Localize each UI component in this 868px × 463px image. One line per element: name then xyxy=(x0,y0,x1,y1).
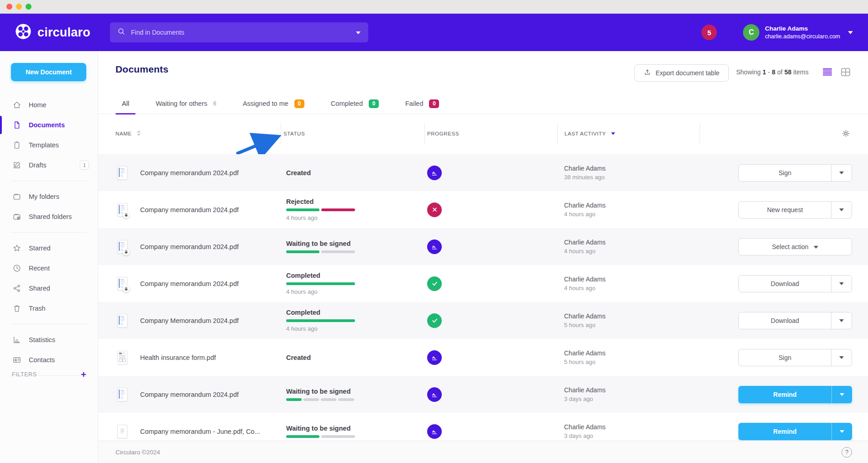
sort-icon[interactable] xyxy=(136,130,141,137)
tab-completed[interactable]: Completed0 xyxy=(324,94,385,114)
action-dropdown-caret[interactable] xyxy=(831,165,852,181)
document-name[interactable]: Company Memorandum 2024.pdf xyxy=(140,317,239,324)
action-button-label[interactable]: Select action xyxy=(739,239,852,255)
sidebar-item-contacts[interactable]: Contacts xyxy=(0,350,98,370)
table-row[interactable]: Company memorandum 2024.pdfRejected4 hou… xyxy=(98,191,868,228)
sidebar-item-drafts[interactable]: Drafts1 xyxy=(0,155,98,175)
sidebar-item-label: Shared xyxy=(29,285,50,292)
document-name[interactable]: Company memorandum 2024.pdf xyxy=(140,206,239,213)
sign-button[interactable]: Sign xyxy=(738,349,852,366)
lock-icon xyxy=(123,286,130,292)
tab-failed[interactable]: Failed0 xyxy=(399,94,446,114)
sidebar-item-statistics[interactable]: Statistics xyxy=(0,330,98,350)
sidebar-item-shared-folders[interactable]: Shared folders xyxy=(0,207,98,227)
action-button-label[interactable]: Sign xyxy=(739,165,831,181)
action-button-label[interactable]: Remind xyxy=(738,423,831,440)
page-footer: Circularo ©2024 ? xyxy=(98,441,868,463)
tab-all[interactable]: All xyxy=(115,94,136,114)
table-settings-gear-icon[interactable] xyxy=(842,129,850,139)
new-request-button[interactable]: New request xyxy=(738,201,852,218)
table-row[interactable]: Company memorandum 2024.pdfWaiting to be… xyxy=(98,376,868,413)
app-header: circularo 5 C Charlie Adams charlie.adam… xyxy=(0,14,868,51)
document-name[interactable]: Company memorandum - June.pdf, Co... xyxy=(140,428,260,435)
list-view-icon[interactable] xyxy=(823,68,832,77)
status-label: Created xyxy=(286,354,424,361)
document-name-cell: Company memorandum 2024.pdf xyxy=(98,277,281,291)
search-bar[interactable] xyxy=(110,22,368,42)
action-label-text: Download xyxy=(771,317,799,324)
document-name[interactable]: Company memorandum 2024.pdf xyxy=(140,391,239,398)
sidebar-item-recent[interactable]: Recent xyxy=(0,258,98,278)
column-header-name[interactable]: NAME xyxy=(98,123,281,144)
sidebar-divider xyxy=(11,181,87,181)
action-dropdown-caret[interactable] xyxy=(831,386,852,403)
sign-button[interactable]: Sign xyxy=(738,164,852,182)
column-header-last-activity[interactable]: LAST ACTIVITY xyxy=(557,123,700,144)
help-button[interactable]: ? xyxy=(842,447,852,458)
draft-icon xyxy=(12,161,21,170)
action-label-text: New request xyxy=(767,206,803,213)
action-button-label[interactable]: New request xyxy=(739,202,831,218)
column-header-progress[interactable]: PROGRESS xyxy=(424,123,557,144)
trash-icon xyxy=(12,304,21,313)
search-input[interactable] xyxy=(131,29,350,36)
activity-user: Charlie Adams xyxy=(564,276,700,283)
status-time: 4 hours ago xyxy=(286,288,424,295)
document-name[interactable]: Company memorandum 2024.pdf xyxy=(140,280,239,287)
add-filter-button[interactable]: + xyxy=(81,370,86,379)
table-row[interactable]: Company Memorandum 2024.pdfCompleted4 ho… xyxy=(98,302,868,339)
activity-user: Charlie Adams xyxy=(564,202,700,209)
table-row[interactable]: Company memorandum 2024.pdfCompleted4 ho… xyxy=(98,265,868,302)
tab-waiting-for-others[interactable]: Waiting for others6 xyxy=(149,94,223,114)
tab-label: Failed xyxy=(405,100,424,107)
sidebar-item-home[interactable]: Home xyxy=(0,95,98,115)
sidebar-item-trash[interactable]: Trash xyxy=(0,298,98,318)
grid-view-icon[interactable] xyxy=(841,68,850,77)
progress-bar xyxy=(286,250,355,253)
progress-bar xyxy=(286,398,355,401)
download-button[interactable]: Download xyxy=(738,312,852,329)
table-row[interactable]: Health insurance form.pdfCreatedCharlie … xyxy=(98,339,868,376)
user-menu-caret-icon[interactable] xyxy=(847,28,853,36)
action-dropdown-caret[interactable] xyxy=(831,349,852,366)
select-action-button[interactable]: Select action xyxy=(738,238,852,255)
document-name[interactable]: Company memorandum 2024.pdf xyxy=(140,169,239,177)
sidebar-item-my-folders[interactable]: My folders xyxy=(0,187,98,207)
last-activity-cell: Charlie Adams3 days ago xyxy=(557,423,700,439)
download-button[interactable]: Download xyxy=(738,275,852,292)
user-avatar[interactable]: C xyxy=(743,24,759,41)
remind-button[interactable]: Remind xyxy=(738,386,852,403)
action-dropdown-caret[interactable] xyxy=(831,423,852,440)
sidebar-item-shared[interactable]: Shared xyxy=(0,278,98,298)
table-row[interactable]: Company memorandum 2024.pdfCreatedCharli… xyxy=(98,154,868,191)
contacts-icon xyxy=(12,355,21,364)
filters-label: FILTERS xyxy=(12,371,37,378)
sidebar-item-templates[interactable]: Templates xyxy=(0,135,98,155)
action-button-label[interactable]: Download xyxy=(739,276,831,292)
document-name[interactable]: Company memorandum 2024.pdf xyxy=(140,243,239,250)
column-header-status[interactable]: STATUS xyxy=(281,123,424,144)
export-document-table-button[interactable]: Export document table xyxy=(634,64,729,82)
search-dropdown-caret-icon[interactable] xyxy=(356,28,361,36)
maximize-window-button[interactable] xyxy=(26,4,31,10)
status-label: Waiting to be signed xyxy=(286,425,424,432)
close-window-button[interactable] xyxy=(6,4,12,10)
table-row[interactable]: Company memorandum 2024.pdfWaiting to be… xyxy=(98,228,868,265)
action-dropdown-caret[interactable] xyxy=(831,312,852,329)
brand-logo[interactable]: circularo xyxy=(15,14,90,51)
sidebar-item-documents[interactable]: Documents xyxy=(0,115,98,135)
user-info[interactable]: Charlie Adams charlie.adams@circularo.co… xyxy=(765,25,840,40)
remind-button[interactable]: Remind xyxy=(738,423,852,440)
action-button-label[interactable]: Download xyxy=(739,312,831,329)
action-button-label[interactable]: Sign xyxy=(739,349,831,366)
tab-assigned-to-me[interactable]: Assigned to me0 xyxy=(236,94,311,114)
action-dropdown-caret[interactable] xyxy=(831,276,852,292)
new-document-button[interactable]: New Document xyxy=(11,63,86,81)
document-name-cell: Company memorandum 2024.pdf xyxy=(98,240,281,254)
minimize-window-button[interactable] xyxy=(16,4,22,10)
document-name[interactable]: Health insurance form.pdf xyxy=(140,354,216,361)
notification-badge[interactable]: 5 xyxy=(701,25,717,40)
action-dropdown-caret[interactable] xyxy=(831,202,852,218)
action-button-label[interactable]: Remind xyxy=(738,386,831,403)
sidebar-item-starred[interactable]: Starred xyxy=(0,238,98,258)
